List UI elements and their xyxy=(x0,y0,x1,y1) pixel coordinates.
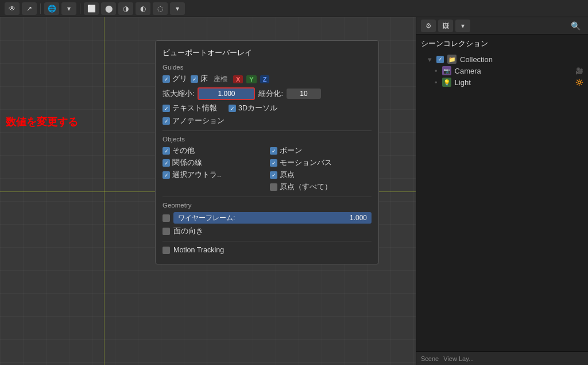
panel-title: ビューポートオーバーレイ xyxy=(163,48,372,58)
axis-z-button[interactable]: Z xyxy=(260,75,270,83)
cb-genten-all xyxy=(270,183,277,191)
cb-cursor3d: ✓ xyxy=(229,105,236,112)
outliner-item-camera[interactable]: • 📷 Camera 🎥 xyxy=(421,65,583,76)
viewport[interactable]: 数値を変更する ビューポートオーバーレイ Guides ✓ グリ ✓ 床 座標 … xyxy=(0,17,416,365)
annotation-row: ✓ アノテーション xyxy=(163,116,372,126)
cb-yuka: ✓ xyxy=(191,75,198,83)
section-geometry-label: Geometry xyxy=(163,202,372,209)
label-facedir: 面の向き xyxy=(173,226,203,236)
overlay-panel: ビューポートオーバーレイ Guides ✓ グリ ✓ 床 座標 X Y Z 拡大 xyxy=(155,40,379,264)
checkbox-cursor3d[interactable]: ✓ 3Dカーソル xyxy=(229,103,277,113)
section-guides-label: Guides xyxy=(163,64,372,71)
toolbar-icon-dropdown2[interactable]: ▾ xyxy=(170,2,185,15)
checkbox-annotation[interactable]: ✓ アノテーション xyxy=(163,116,225,126)
label-genten-all: 原点（すべて） xyxy=(280,182,332,192)
divider-3 xyxy=(163,241,372,241)
label-textinfo: テキスト情報 xyxy=(172,103,217,113)
label-kankeisen: 関係の線 xyxy=(172,158,202,168)
outliner-content: シーンコレクション ▾ ✓ 📁 Collection • 📷 Camera 🎥 … xyxy=(416,34,588,351)
label-guri: グリ xyxy=(172,74,187,84)
subdivision-input[interactable] xyxy=(287,89,321,99)
toolbar-separator-2 xyxy=(80,3,80,14)
label-yuka: 床 xyxy=(200,74,208,84)
status-viewlayer: View Lay... xyxy=(443,355,474,362)
toolbar-icon-circle3[interactable]: ◐ xyxy=(136,2,150,15)
checkbox-yuka[interactable]: ✓ 床 xyxy=(191,74,208,84)
checkbox-sonohe[interactable]: ✓ その他 xyxy=(163,146,264,156)
scale-label: 拡大縮小: xyxy=(163,89,194,99)
axis-x-button[interactable]: X xyxy=(233,75,243,83)
outliner-item-light[interactable]: • 💡 Light 🔆 xyxy=(421,76,583,88)
checkbox-genten-all[interactable]: 原点（すべて） xyxy=(270,182,372,192)
text-cursor-row: ✓ テキスト情報 ✓ 3Dカーソル xyxy=(163,103,372,113)
toolbar-separator xyxy=(40,3,41,14)
checkbox-bone[interactable]: ✓ ボーン xyxy=(270,146,372,156)
cb-guri: ✓ xyxy=(163,75,170,83)
label-genten: 原点 xyxy=(280,170,295,180)
wireframe-label: ワイヤーフレーム: xyxy=(178,213,235,223)
outliner-icon-image[interactable]: 🖼 xyxy=(438,20,453,32)
scale-row: 拡大縮小: 細分化: xyxy=(163,87,372,100)
search-icon[interactable]: 🔍 xyxy=(567,20,583,32)
outliner-toolbar: ⚙ 🖼 ▾ 🔍 xyxy=(416,17,588,34)
outliner-icon-filter[interactable]: ⚙ xyxy=(421,20,436,32)
checkbox-genten[interactable]: ✓ 原点 xyxy=(270,170,372,180)
cb-motion: ✓ xyxy=(270,159,277,167)
label-bone: ボーン xyxy=(280,146,302,156)
toolbar-icon-arrow[interactable]: ↗ xyxy=(22,2,37,15)
cb-bone: ✓ xyxy=(270,147,277,155)
divider-2 xyxy=(163,197,372,197)
cb-sonohe: ✓ xyxy=(163,147,170,155)
section-objects-label: Objects xyxy=(163,136,372,143)
axis-y-button[interactable]: Y xyxy=(246,75,256,83)
toolbar-icon-circle1[interactable]: ⬤ xyxy=(101,2,116,15)
checkbox-textinfo[interactable]: ✓ テキスト情報 xyxy=(163,103,217,113)
outliner-title: シーンコレクション xyxy=(421,39,583,49)
main-area: 数値を変更する ビューポートオーバーレイ Guides ✓ グリ ✓ 床 座標 … xyxy=(0,17,588,365)
status-scene: Scene xyxy=(421,355,439,362)
subdivision-label: 細分化: xyxy=(258,89,283,99)
checkbox-kankeisen[interactable]: ✓ 関係の線 xyxy=(163,158,264,168)
right-panel: ⚙ 🖼 ▾ 🔍 シーンコレクション ▾ ✓ 📁 Collection • 📷 C… xyxy=(416,17,588,365)
toolbar-icon-dropdown[interactable]: ▾ xyxy=(61,2,76,15)
label-annotation: アノテーション xyxy=(172,116,225,126)
cb-textinfo: ✓ xyxy=(163,105,170,112)
cb-facedir[interactable] xyxy=(163,228,170,235)
checkbox-sentaku[interactable]: ✓ 選択アウトラ.. xyxy=(163,170,264,180)
toolbar-icon-globe[interactable]: 🌐 xyxy=(44,2,59,15)
outliner-icon-dropdown[interactable]: ▾ xyxy=(455,20,470,32)
camera-icon: 📷 xyxy=(442,66,451,75)
cb-collection-visible[interactable]: ✓ xyxy=(436,56,444,63)
toolbar-icon-eye[interactable]: 👁 xyxy=(5,2,20,15)
light-visibility-icon: 🔆 xyxy=(575,79,583,86)
cb-wireframe[interactable] xyxy=(163,214,170,222)
motion-tracking-row: Motion Tracking xyxy=(163,246,372,254)
label-sentaku: 選択アウトラ.. xyxy=(172,170,221,180)
toolbar-icon-circle2[interactable]: ◑ xyxy=(118,2,133,15)
facedir-row: 面の向き xyxy=(163,226,372,236)
label-camera: Camera xyxy=(455,67,481,75)
zahyo-label: 座標 xyxy=(214,74,227,84)
scale-input[interactable] xyxy=(198,87,255,100)
divider-1 xyxy=(163,130,372,131)
tree-line-light: • xyxy=(435,78,438,87)
tree-line: ▾ xyxy=(428,55,432,64)
cb-genten: ✓ xyxy=(270,171,277,179)
toolbar-icon-square[interactable]: ⬜ xyxy=(84,2,99,15)
label-cursor3d: 3Dカーソル xyxy=(238,103,277,113)
label-light: Light xyxy=(455,78,471,87)
label-motion: モーションバス xyxy=(280,158,332,168)
cb-kankeisen: ✓ xyxy=(163,159,170,167)
cb-sentaku: ✓ xyxy=(163,171,170,179)
cb-motiontracking[interactable] xyxy=(163,247,170,254)
outliner-item-collection[interactable]: ▾ ✓ 📁 Collection xyxy=(421,53,583,65)
checkbox-motion[interactable]: ✓ モーションバス xyxy=(270,158,372,168)
label-motiontracking: Motion Tracking xyxy=(173,246,224,254)
wireframe-row: ワイヤーフレーム: 1.000 xyxy=(163,212,372,224)
outliner-status: Scene View Lay... xyxy=(416,351,588,365)
wireframe-bar[interactable]: ワイヤーフレーム: 1.000 xyxy=(173,212,372,224)
checkbox-guri[interactable]: ✓ グリ xyxy=(163,74,187,84)
tree-line-camera: • xyxy=(435,67,438,75)
label-collection: Collection xyxy=(460,55,493,64)
toolbar-icon-circle4[interactable]: ◌ xyxy=(153,2,168,15)
